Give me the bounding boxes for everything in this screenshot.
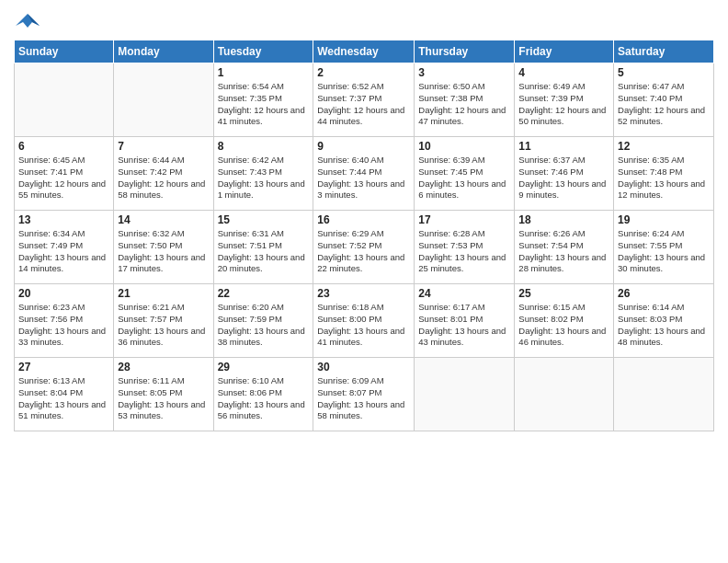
day-info: Sunrise: 6:20 AM Sunset: 7:59 PM Dayligh… xyxy=(218,302,310,349)
svg-marker-0 xyxy=(16,14,40,28)
day-number: 30 xyxy=(317,361,410,373)
calendar-header-row: Sunday Monday Tuesday Wednesday Thursday… xyxy=(15,40,714,63)
day-number: 3 xyxy=(418,66,510,79)
day-info: Sunrise: 6:09 AM Sunset: 8:07 PM Dayligh… xyxy=(317,375,410,422)
calendar-cell: 25Sunrise: 6:15 AM Sunset: 8:02 PM Dayli… xyxy=(515,284,614,358)
day-number: 15 xyxy=(218,213,310,226)
calendar-cell: 18Sunrise: 6:26 AM Sunset: 7:54 PM Dayli… xyxy=(515,211,614,284)
day-info: Sunrise: 6:10 AM Sunset: 8:06 PM Dayligh… xyxy=(218,375,310,422)
calendar-week-row: 20Sunrise: 6:23 AM Sunset: 7:56 PM Dayli… xyxy=(15,284,714,358)
calendar-cell: 23Sunrise: 6:18 AM Sunset: 8:00 PM Dayli… xyxy=(313,284,415,358)
day-info: Sunrise: 6:24 AM Sunset: 7:55 PM Dayligh… xyxy=(618,228,710,275)
calendar-cell: 15Sunrise: 6:31 AM Sunset: 7:51 PM Dayli… xyxy=(213,211,313,284)
day-info: Sunrise: 6:40 AM Sunset: 7:44 PM Dayligh… xyxy=(317,155,410,201)
calendar-cell: 5Sunrise: 6:47 AM Sunset: 7:40 PM Daylig… xyxy=(614,63,714,137)
day-number: 18 xyxy=(518,213,609,226)
day-number: 2 xyxy=(317,66,410,79)
day-number: 16 xyxy=(317,213,410,226)
day-info: Sunrise: 6:15 AM Sunset: 8:02 PM Dayligh… xyxy=(518,302,609,349)
day-number: 14 xyxy=(118,213,209,226)
header xyxy=(14,9,714,32)
calendar-table: Sunday Monday Tuesday Wednesday Thursday… xyxy=(14,40,714,431)
day-number: 5 xyxy=(618,66,710,79)
day-info: Sunrise: 6:47 AM Sunset: 7:40 PM Dayligh… xyxy=(618,81,710,128)
logo-icon xyxy=(14,9,41,32)
day-info: Sunrise: 6:50 AM Sunset: 7:38 PM Dayligh… xyxy=(418,81,510,128)
calendar-cell: 6Sunrise: 6:45 AM Sunset: 7:41 PM Daylig… xyxy=(15,137,114,211)
calendar-cell xyxy=(515,358,614,431)
logo xyxy=(14,9,45,32)
col-friday: Friday xyxy=(515,40,614,63)
day-number: 7 xyxy=(118,140,209,153)
day-info: Sunrise: 6:21 AM Sunset: 7:57 PM Dayligh… xyxy=(118,302,209,349)
day-number: 17 xyxy=(418,213,510,226)
col-tuesday: Tuesday xyxy=(213,40,313,63)
day-info: Sunrise: 6:29 AM Sunset: 7:52 PM Dayligh… xyxy=(317,228,410,275)
calendar-cell: 26Sunrise: 6:14 AM Sunset: 8:03 PM Dayli… xyxy=(614,284,714,358)
day-info: Sunrise: 6:28 AM Sunset: 7:53 PM Dayligh… xyxy=(418,228,510,275)
day-info: Sunrise: 6:37 AM Sunset: 7:46 PM Dayligh… xyxy=(518,155,609,201)
day-info: Sunrise: 6:42 AM Sunset: 7:43 PM Dayligh… xyxy=(218,155,310,201)
calendar-cell: 30Sunrise: 6:09 AM Sunset: 8:07 PM Dayli… xyxy=(313,358,415,431)
day-number: 10 xyxy=(418,140,510,153)
day-number: 13 xyxy=(18,213,109,226)
calendar-cell: 24Sunrise: 6:17 AM Sunset: 8:01 PM Dayli… xyxy=(415,284,515,358)
calendar-cell: 4Sunrise: 6:49 AM Sunset: 7:39 PM Daylig… xyxy=(515,63,614,137)
day-info: Sunrise: 6:39 AM Sunset: 7:45 PM Dayligh… xyxy=(418,155,510,201)
col-saturday: Saturday xyxy=(614,40,714,63)
day-number: 19 xyxy=(618,213,710,226)
calendar-cell: 22Sunrise: 6:20 AM Sunset: 7:59 PM Dayli… xyxy=(213,284,313,358)
calendar-cell: 21Sunrise: 6:21 AM Sunset: 7:57 PM Dayli… xyxy=(114,284,213,358)
calendar-week-row: 13Sunrise: 6:34 AM Sunset: 7:49 PM Dayli… xyxy=(15,211,714,284)
day-number: 9 xyxy=(317,140,410,153)
day-info: Sunrise: 6:52 AM Sunset: 7:37 PM Dayligh… xyxy=(317,81,410,128)
day-info: Sunrise: 6:35 AM Sunset: 7:48 PM Dayligh… xyxy=(618,155,710,201)
calendar-cell: 28Sunrise: 6:11 AM Sunset: 8:05 PM Dayli… xyxy=(114,358,213,431)
day-info: Sunrise: 6:17 AM Sunset: 8:01 PM Dayligh… xyxy=(418,302,510,349)
col-thursday: Thursday xyxy=(415,40,515,63)
calendar-cell: 19Sunrise: 6:24 AM Sunset: 7:55 PM Dayli… xyxy=(614,211,714,284)
calendar-cell xyxy=(114,63,213,137)
calendar-cell: 13Sunrise: 6:34 AM Sunset: 7:49 PM Dayli… xyxy=(15,211,114,284)
day-info: Sunrise: 6:45 AM Sunset: 7:41 PM Dayligh… xyxy=(18,155,109,201)
day-info: Sunrise: 6:34 AM Sunset: 7:49 PM Dayligh… xyxy=(18,228,109,275)
calendar-week-row: 6Sunrise: 6:45 AM Sunset: 7:41 PM Daylig… xyxy=(15,137,714,211)
day-info: Sunrise: 6:26 AM Sunset: 7:54 PM Dayligh… xyxy=(518,228,609,275)
day-number: 12 xyxy=(618,140,710,153)
col-wednesday: Wednesday xyxy=(313,40,415,63)
day-number: 20 xyxy=(18,287,109,300)
calendar-cell: 9Sunrise: 6:40 AM Sunset: 7:44 PM Daylig… xyxy=(313,137,415,211)
day-number: 6 xyxy=(18,140,109,153)
day-info: Sunrise: 6:14 AM Sunset: 8:03 PM Dayligh… xyxy=(618,302,710,349)
calendar-cell xyxy=(415,358,515,431)
calendar-cell: 27Sunrise: 6:13 AM Sunset: 8:04 PM Dayli… xyxy=(15,358,114,431)
calendar-cell xyxy=(614,358,714,431)
day-info: Sunrise: 6:18 AM Sunset: 8:00 PM Dayligh… xyxy=(317,302,410,349)
page: Sunday Monday Tuesday Wednesday Thursday… xyxy=(0,0,728,563)
day-info: Sunrise: 6:44 AM Sunset: 7:42 PM Dayligh… xyxy=(118,155,209,201)
calendar-cell: 7Sunrise: 6:44 AM Sunset: 7:42 PM Daylig… xyxy=(114,137,213,211)
day-number: 27 xyxy=(18,361,109,373)
calendar-cell: 20Sunrise: 6:23 AM Sunset: 7:56 PM Dayli… xyxy=(15,284,114,358)
col-sunday: Sunday xyxy=(15,40,114,63)
day-number: 29 xyxy=(218,361,310,373)
calendar-week-row: 27Sunrise: 6:13 AM Sunset: 8:04 PM Dayli… xyxy=(15,358,714,431)
calendar-cell: 1Sunrise: 6:54 AM Sunset: 7:35 PM Daylig… xyxy=(213,63,313,137)
day-number: 8 xyxy=(218,140,310,153)
day-info: Sunrise: 6:54 AM Sunset: 7:35 PM Dayligh… xyxy=(218,81,310,128)
day-number: 26 xyxy=(618,287,710,300)
day-number: 23 xyxy=(317,287,410,300)
day-info: Sunrise: 6:11 AM Sunset: 8:05 PM Dayligh… xyxy=(118,375,209,422)
day-info: Sunrise: 6:49 AM Sunset: 7:39 PM Dayligh… xyxy=(518,81,609,128)
day-number: 24 xyxy=(418,287,510,300)
day-info: Sunrise: 6:23 AM Sunset: 7:56 PM Dayligh… xyxy=(18,302,109,349)
calendar-cell: 17Sunrise: 6:28 AM Sunset: 7:53 PM Dayli… xyxy=(415,211,515,284)
calendar-cell: 12Sunrise: 6:35 AM Sunset: 7:48 PM Dayli… xyxy=(614,137,714,211)
day-info: Sunrise: 6:13 AM Sunset: 8:04 PM Dayligh… xyxy=(18,375,109,422)
calendar-cell: 2Sunrise: 6:52 AM Sunset: 7:37 PM Daylig… xyxy=(313,63,415,137)
calendar-cell xyxy=(15,63,114,137)
calendar-cell: 16Sunrise: 6:29 AM Sunset: 7:52 PM Dayli… xyxy=(313,211,415,284)
col-monday: Monday xyxy=(114,40,213,63)
day-info: Sunrise: 6:31 AM Sunset: 7:51 PM Dayligh… xyxy=(218,228,310,275)
day-number: 22 xyxy=(218,287,310,300)
